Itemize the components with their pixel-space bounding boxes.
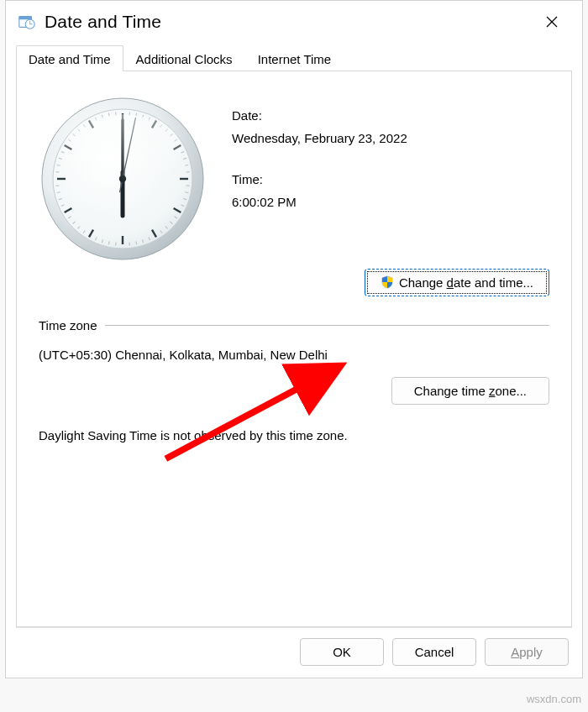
apply-accelerator: A — [511, 645, 519, 659]
titlebar: Date and Time — [6, 1, 582, 43]
date-time-icon — [18, 13, 36, 31]
date-value: Wednesday, February 23, 2022 — [232, 131, 549, 145]
tab-additional-clocks[interactable]: Additional Clocks — [123, 45, 245, 71]
change-dt-suffix: ate and time... — [454, 275, 533, 290]
close-button[interactable] — [535, 5, 569, 39]
date-time-dialog: Date and Time Date and Time Additional C… — [5, 0, 583, 678]
tab-strip: Date and Time Additional Clocks Internet… — [16, 43, 572, 71]
date-label: Date: — [232, 108, 549, 123]
watermark: wsxdn.com — [527, 693, 581, 705]
apply-button[interactable]: Apply — [485, 638, 569, 666]
uac-shield-icon — [381, 275, 394, 289]
dialog-body: Date and Time Additional Clocks Internet… — [6, 43, 582, 678]
section-divider — [105, 325, 549, 326]
apply-suffix: pply — [519, 645, 543, 659]
tab-internet-time[interactable]: Internet Time — [245, 45, 344, 71]
dialog-button-bar: OK Cancel Apply — [16, 627, 572, 669]
change-date-time-button[interactable]: Change date and time... — [365, 269, 549, 296]
svg-point-73 — [64, 114, 181, 185]
tab-panel-date-and-time: Date: Wednesday, February 23, 2022 Time:… — [16, 71, 572, 627]
svg-rect-1 — [19, 17, 32, 20]
change-dt-prefix: Change — [399, 275, 447, 290]
cancel-button[interactable]: Cancel — [392, 638, 476, 666]
timezone-section-header: Time zone — [39, 318, 549, 332]
dst-note: Daylight Saving Time is not observed by … — [39, 428, 549, 442]
analog-clock — [39, 92, 207, 265]
tab-date-and-time[interactable]: Date and Time — [16, 45, 123, 71]
annotation-arrow — [134, 357, 386, 466]
time-value: 6:00:02 PM — [232, 195, 549, 209]
window-title: Date and Time — [45, 12, 535, 32]
change-time-zone-button[interactable]: Change time zone... — [391, 377, 549, 405]
change-tz-prefix: Change time — [414, 384, 489, 398]
datetime-fields: Date: Wednesday, February 23, 2022 Time:… — [232, 92, 549, 265]
ok-button[interactable]: OK — [300, 638, 384, 666]
timezone-heading: Time zone — [39, 318, 97, 332]
time-label: Time: — [232, 172, 549, 186]
change-tz-suffix: one... — [495, 384, 527, 398]
timezone-value: (UTC+05:30) Chennai, Kolkata, Mumbai, Ne… — [39, 348, 549, 362]
change-dt-accelerator: d — [447, 275, 454, 290]
